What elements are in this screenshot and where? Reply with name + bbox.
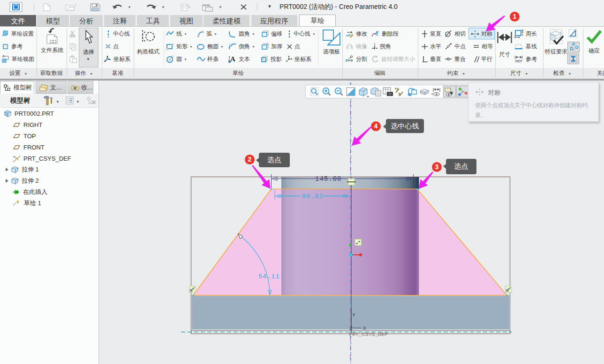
svg-text:Z: Z: [349, 326, 353, 331]
svg-text:A: A: [230, 55, 235, 63]
svg-text:y: y: [13, 155, 15, 158]
svg-text:REF: REF: [515, 59, 522, 63]
svg-text:80.82: 80.82: [302, 193, 324, 200]
svg-text:145.00: 145.00: [315, 175, 341, 183]
svg-text:Y: Y: [352, 312, 355, 318]
svg-text:PRT_CSYS_DEF: PRT_CSYS_DEF: [349, 331, 388, 337]
svg-text:x: x: [19, 155, 20, 157]
svg-text:z: z: [13, 160, 15, 162]
svg-text:X: X: [363, 326, 366, 331]
svg-text:54.11: 54.11: [258, 273, 280, 280]
